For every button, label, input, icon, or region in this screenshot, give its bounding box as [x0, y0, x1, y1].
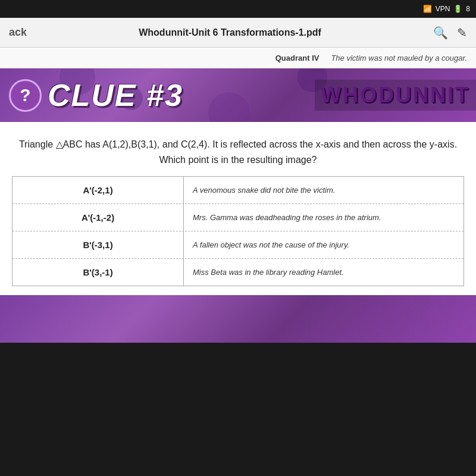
nav-icons: 🔍 ✎ — [433, 26, 467, 40]
answer-clue-1: A venomous snake did not bite the victim… — [184, 177, 464, 203]
search-icon[interactable]: 🔍 — [433, 26, 448, 40]
question-text: Triangle △ABC has A(1,2),B(3,1), and C(2… — [12, 137, 464, 167]
question-mark-bubble: ? — [9, 79, 42, 112]
answer-table: A'(-2,1) A venomous snake did not bite t… — [12, 176, 464, 286]
bottom-strip — [0, 295, 476, 343]
sub-header: Quadrant IV The victim was not mauled by… — [0, 48, 476, 68]
clue-subtitle: The victim was not mauled by a cougar. — [331, 54, 467, 62]
back-button[interactable]: ack — [9, 26, 27, 39]
table-row[interactable]: B'(3,-1) Miss Beta was in the library re… — [12, 259, 464, 286]
wifi-icon: 📶 — [423, 5, 432, 13]
clue-title: CLUE #3 — [48, 77, 183, 113]
quadrant-label: Quadrant IV — [275, 54, 320, 62]
table-row[interactable]: A'(-1,-2) Mrs. Gamma was deadheading the… — [12, 204, 464, 231]
status-bar: 📶 VPN 🔋 8 — [0, 0, 476, 18]
table-row[interactable]: A'(-2,1) A venomous snake did not bite t… — [12, 177, 464, 204]
answer-choice-1[interactable]: A'(-2,1) — [12, 177, 184, 203]
nav-bar: ack Whodunnit-Unit 6 Transformations-1.p… — [0, 18, 476, 48]
answer-choice-2[interactable]: A'(-1,-2) — [12, 204, 184, 231]
answer-clue-3: A fallen object was not the cause of the… — [184, 231, 464, 258]
clue-banner: ? CLUE #3 WHODUNNIT — [0, 68, 476, 122]
edit-icon[interactable]: ✎ — [457, 26, 467, 40]
table-row[interactable]: B'(-3,1) A fallen object was not the cau… — [12, 231, 464, 259]
answer-choice-4[interactable]: B'(3,-1) — [12, 259, 184, 286]
time-display: 8 — [466, 5, 470, 13]
answer-choice-3[interactable]: B'(-3,1) — [12, 231, 184, 258]
answer-clue-4: Miss Beta was in the library reading Ham… — [184, 259, 464, 286]
battery-icon: 🔋 — [453, 5, 462, 13]
content-area: Triangle △ABC has A(1,2),B(3,1), and C(2… — [0, 122, 476, 295]
answer-clue-2: Mrs. Gamma was deadheading the roses in … — [184, 204, 464, 231]
document-title: Whodunnit-Unit 6 Transformations-1.pdf — [27, 27, 433, 38]
vpn-indicator: VPN — [436, 5, 450, 13]
whodunnit-label: WHODUNNIT — [315, 80, 476, 111]
